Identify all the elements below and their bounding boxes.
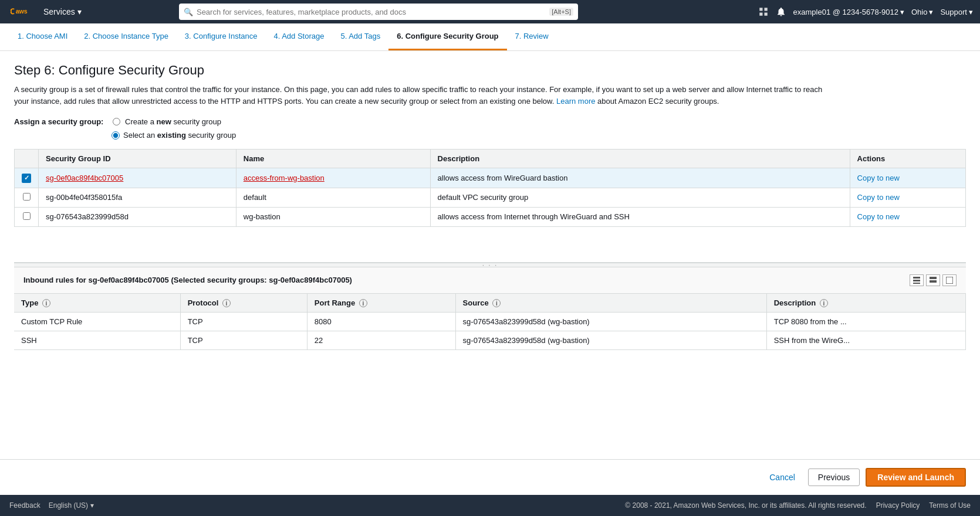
svg-rect-8 xyxy=(930,277,937,279)
page-title: Step 6: Configure Security Group xyxy=(14,63,966,78)
resize-divider[interactable]: · · · xyxy=(14,263,966,267)
type-info-icon[interactable]: i xyxy=(42,299,50,307)
protocol-info-icon[interactable]: i xyxy=(222,299,231,307)
nav-bell-icon[interactable] xyxy=(776,6,786,17)
rule-source: sg-076543a823999d58d (wg-bastion) xyxy=(455,331,766,350)
row-description: allows access from Internet through Wire… xyxy=(430,207,850,226)
tab-review[interactable]: 7. Review xyxy=(507,23,557,50)
rule-description: SSH from the WireG... xyxy=(766,331,965,350)
row-checkbox[interactable] xyxy=(23,193,31,201)
rule-type: SSH xyxy=(14,331,180,350)
svg-rect-9 xyxy=(930,280,937,283)
row-sg-id: sg-0ef0ac89f4bc07005 xyxy=(39,168,236,188)
svg-rect-5 xyxy=(913,277,920,279)
inbound-rules-section: · · · Inbound rules for sg-0ef0ac89f4bc0… xyxy=(14,262,966,351)
svg-rect-2 xyxy=(764,8,767,11)
tab-add-storage[interactable]: 4. Add Storage xyxy=(265,23,332,50)
sg-id-link[interactable]: sg-0ef0ac89f4bc07005 xyxy=(46,174,123,182)
view-icons xyxy=(910,274,957,286)
inbound-rule-row: Custom TCP Rule TCP 8080 sg-076543a82399… xyxy=(14,313,966,331)
spacer-area xyxy=(14,227,966,262)
rule-port-range: 22 xyxy=(307,331,455,350)
search-icon: 🔍 xyxy=(184,8,193,16)
inbound-col-description: Description i xyxy=(766,294,965,313)
view-icon-medium[interactable] xyxy=(926,274,940,286)
inbound-col-source: Source i xyxy=(455,294,766,313)
row-name: wg-bastion xyxy=(236,207,430,226)
select-existing-radio[interactable] xyxy=(111,131,120,140)
port-range-info-icon[interactable]: i xyxy=(359,299,367,307)
services-menu[interactable]: Services ▾ xyxy=(39,5,86,19)
svg-rect-10 xyxy=(946,277,953,284)
row-checkbox[interactable] xyxy=(23,212,31,220)
tab-configure-instance[interactable]: 3. Configure Instance xyxy=(177,23,266,50)
assign-group-label: Assign a security group: xyxy=(14,117,108,126)
row-checkbox-cell[interactable] xyxy=(15,207,39,226)
inbound-col-port-range: Port Range i xyxy=(307,294,455,313)
row-checkbox-cell[interactable] xyxy=(15,188,39,207)
row-sg-id: sg-00b4fe04f358015fa xyxy=(39,188,236,207)
select-existing-row: Select an existing security group xyxy=(111,131,966,140)
rule-protocol: TCP xyxy=(180,313,307,331)
inbound-rules-title: Inbound rules for sg-0ef0ac89f4bc07005 (… xyxy=(23,276,352,284)
view-icon-expanded[interactable] xyxy=(942,274,957,286)
resize-dots-icon: · · · xyxy=(482,261,498,269)
col-checkbox xyxy=(15,150,39,168)
table-row: sg-00b4fe04f358015fa default default VPC… xyxy=(15,188,966,207)
copy-to-new-link-2[interactable]: Copy to new xyxy=(857,193,900,202)
copy-to-new-link-1[interactable]: Copy to new xyxy=(857,174,900,182)
table-row: sg-076543a823999d58d wg-bastion allows a… xyxy=(15,207,966,226)
row-description: allows access from WireGuard bastion xyxy=(430,168,850,188)
row-checkbox-checked xyxy=(22,174,31,183)
svg-rect-4 xyxy=(764,13,767,16)
aws-logo: aws xyxy=(7,4,31,19)
tab-choose-instance-type[interactable]: 2. Choose Instance Type xyxy=(76,23,177,50)
assign-security-group-section: Assign a security group: Create a new se… xyxy=(14,117,966,140)
region-chevron-icon: ▾ xyxy=(929,8,933,16)
rule-description: TCP 8080 from the ... xyxy=(766,313,965,331)
wizard-tabs: 1. Choose AMI 2. Choose Instance Type 3.… xyxy=(0,23,980,51)
svg-rect-1 xyxy=(759,8,762,11)
row-action: Copy to new xyxy=(850,188,965,207)
rule-type: Custom TCP Rule xyxy=(14,313,180,331)
sg-name-link[interactable]: access-from-wg-bastion xyxy=(244,174,325,182)
view-icon-compact[interactable] xyxy=(910,274,924,286)
inbound-col-type: Type i xyxy=(14,294,180,313)
create-new-label: Create a new security group xyxy=(125,117,221,126)
svg-rect-6 xyxy=(913,280,920,281)
row-checkbox-cell[interactable] xyxy=(15,168,39,188)
learn-more-link[interactable]: Learn more xyxy=(556,97,595,106)
support-menu[interactable]: Support ▾ xyxy=(940,8,973,16)
top-nav: aws Services ▾ 🔍 [Alt+S] example01 @ 123… xyxy=(0,0,980,23)
col-sg-id: Security Group ID xyxy=(39,150,236,168)
search-bar: 🔍 [Alt+S] xyxy=(179,4,578,20)
rule-source: sg-076543a823999d58d (wg-bastion) xyxy=(455,313,766,331)
copy-to-new-link-3[interactable]: Copy to new xyxy=(857,212,900,221)
security-groups-table: Security Group ID Name Description Actio… xyxy=(14,149,966,227)
col-description: Description xyxy=(430,150,850,168)
row-name: default xyxy=(236,188,430,207)
main-content: Step 6: Configure Security Group A secur… xyxy=(0,51,980,362)
row-action: Copy to new xyxy=(850,168,965,188)
row-name: access-from-wg-bastion xyxy=(236,168,430,188)
rule-protocol: TCP xyxy=(180,331,307,350)
create-new-radio[interactable] xyxy=(113,118,120,125)
col-actions: Actions xyxy=(850,150,965,168)
tab-add-tags[interactable]: 5. Add Tags xyxy=(332,23,388,50)
region-menu[interactable]: Ohio ▾ xyxy=(911,8,933,16)
description-info-icon[interactable]: i xyxy=(820,299,828,307)
select-existing-label: Select an existing security group xyxy=(123,131,236,140)
search-input[interactable] xyxy=(179,4,578,20)
page-description: A security group is a set of firewall ru… xyxy=(14,84,836,107)
nav-tools-icon[interactable] xyxy=(758,6,769,17)
inbound-rules-table: Type i Protocol i Port Range i Source i xyxy=(14,294,966,351)
source-info-icon[interactable]: i xyxy=(492,299,501,307)
row-action: Copy to new xyxy=(850,207,965,226)
row-sg-id: sg-076543a823999d58d xyxy=(39,207,236,226)
svg-rect-3 xyxy=(759,13,762,16)
search-shortcut: [Alt+S] xyxy=(549,8,573,16)
tab-configure-security-group[interactable]: 6. Configure Security Group xyxy=(388,23,506,50)
tab-choose-ami[interactable]: 1. Choose AMI xyxy=(9,23,76,50)
account-menu[interactable]: example01 @ 1234-5678-9012 ▾ xyxy=(793,8,904,16)
nav-right: example01 @ 1234-5678-9012 ▾ Ohio ▾ Supp… xyxy=(758,6,973,17)
